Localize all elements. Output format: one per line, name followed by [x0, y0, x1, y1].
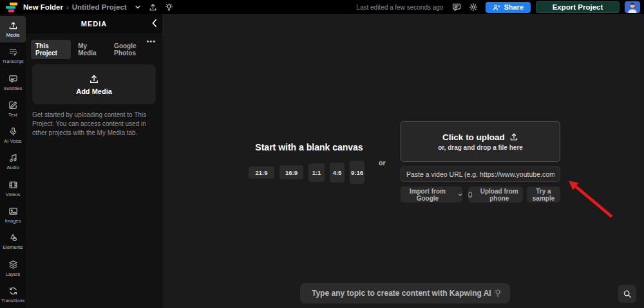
click-to-upload-label: Click to upload — [442, 132, 505, 142]
subtitles-icon — [8, 74, 18, 84]
last-edited-status: Last edited a few seconds ago — [356, 4, 443, 11]
import-from-google-label: Import from Google — [401, 188, 455, 202]
kapwing-editor: New Folder › Untitled Project Last edite… — [0, 0, 644, 308]
media-tabs: This Project My Media Google Photos ••• — [26, 40, 162, 59]
upload-from-phone-button[interactable]: Upload from phone — [468, 186, 523, 203]
media-panel-description: Get started by uploading content to This… — [32, 111, 156, 138]
sidebar-item-layers[interactable]: Layers — [0, 255, 26, 281]
sidebar-item-elements[interactable]: Elements — [0, 228, 26, 255]
sidebar-item-label: Elements — [3, 244, 23, 250]
person-plus-icon — [493, 4, 500, 11]
add-media-label: Add Media — [76, 87, 112, 95]
try-a-sample-button[interactable]: Try a sample — [527, 186, 560, 203]
import-buttons-row: Import from Google Upload from phone Try… — [401, 186, 560, 203]
transcript-icon — [8, 47, 18, 57]
media-icon — [8, 21, 18, 30]
aspect-ratio-9-16-button[interactable]: 9:16 — [350, 161, 365, 184]
sidebar-item-label: Transitions — [1, 298, 24, 303]
kapwing-logo-icon[interactable] — [5, 2, 18, 13]
search-button[interactable] — [618, 285, 636, 303]
search-icon — [623, 289, 632, 298]
media-panel-title: MEDIA — [26, 20, 162, 28]
drag-drop-hint: or, drag and drop a file here — [438, 144, 523, 151]
sidebar-item-label: Videos — [6, 192, 21, 197]
sidebar-item-ai-voice[interactable]: AI Voice — [0, 122, 26, 149]
top-bar: New Folder › Untitled Project Last edite… — [0, 0, 644, 14]
kapwing-ai-bar — [300, 283, 510, 303]
aspect-ratio-16-9-button[interactable]: 16:9 — [279, 165, 303, 179]
breadcrumb-separator: › — [66, 3, 69, 11]
sidebar-item-images[interactable]: Images — [0, 202, 26, 228]
sidebar-item-audio[interactable]: Audio — [0, 149, 26, 175]
aspect-ratio-row: 21:9 16:9 1:1 4:5 9:16 — [249, 159, 365, 185]
lightbulb-icon[interactable] — [493, 289, 502, 298]
ai-voice-icon — [8, 127, 18, 136]
or-label: or — [379, 159, 386, 167]
sidebar-item-videos[interactable]: Videos — [0, 176, 26, 202]
aspect-ratio-21-9-button[interactable]: 21:9 — [249, 167, 274, 179]
share-button[interactable]: Share — [486, 2, 531, 13]
images-icon — [8, 206, 18, 216]
chevron-down-icon[interactable] — [135, 4, 141, 10]
more-options-icon[interactable]: ••• — [146, 37, 156, 45]
collapse-panel-icon[interactable] — [151, 19, 157, 30]
share-button-label: Share — [504, 3, 524, 11]
sidebar-item-label: AI Voice — [4, 138, 22, 144]
add-media-button[interactable]: Add Media — [32, 64, 156, 104]
upload-icon — [89, 74, 99, 84]
sidebar-item-label: Text — [8, 112, 17, 118]
media-panel: MEDIA This Project My Media Google Photo… — [26, 14, 162, 308]
sidebar-item-transitions[interactable]: Transitions — [0, 282, 26, 308]
blank-canvas-title: Start with a blank canvas — [234, 142, 384, 152]
user-avatar[interactable] — [625, 1, 640, 13]
sidebar-item-label: Audio — [6, 165, 19, 170]
main-canvas: Start with a blank canvas 21:9 16:9 1:1 … — [162, 14, 644, 308]
aspect-ratio-4-5-button[interactable]: 4:5 — [330, 163, 345, 183]
upload-icon — [509, 132, 518, 141]
sidebar-item-media[interactable]: Media — [0, 16, 26, 42]
kapwing-ai-input[interactable] — [312, 289, 493, 298]
sidebar-item-transcript[interactable]: Transcript — [0, 42, 26, 69]
sidebar-item-label: Subtitles — [4, 86, 23, 91]
text-icon — [8, 100, 18, 110]
sidebar-item-label: Media — [6, 32, 19, 38]
sidebar-item-label: Transcript — [2, 59, 23, 64]
upload-icon[interactable] — [149, 3, 157, 12]
lightbulb-icon[interactable] — [165, 3, 173, 12]
sidebar-item-label: Layers — [6, 271, 21, 277]
sidebar-item-subtitles[interactable]: Subtitles — [0, 69, 26, 96]
aspect-ratio-1-1-button[interactable]: 1:1 — [308, 163, 325, 182]
export-project-button[interactable]: Export Project — [536, 1, 620, 13]
tool-sidebar: Media Transcript Subtitles Text AI Voice — [0, 14, 26, 308]
click-to-upload-dropzone[interactable]: Click to upload or, drag and drop a file… — [401, 121, 560, 162]
breadcrumb-folder[interactable]: New Folder — [23, 3, 63, 11]
audio-icon — [8, 153, 18, 163]
upload-from-phone-label: Upload from phone — [475, 188, 523, 202]
chevron-down-icon — [458, 192, 462, 197]
tab-my-media[interactable]: My Media — [73, 40, 107, 59]
try-a-sample-label: Try a sample — [527, 188, 560, 202]
videos-icon — [8, 180, 18, 190]
layers-icon — [8, 260, 18, 269]
transitions-icon — [8, 286, 18, 296]
sidebar-item-text[interactable]: Text — [0, 96, 26, 122]
elements-icon — [8, 233, 18, 242]
comments-icon[interactable] — [452, 3, 461, 12]
breadcrumb-project-title[interactable]: Untitled Project — [72, 3, 127, 11]
import-from-google-button[interactable]: Import from Google — [401, 186, 462, 203]
settings-gear-icon[interactable] — [469, 3, 478, 12]
tab-this-project[interactable]: This Project — [31, 40, 71, 59]
sidebar-item-label: Images — [5, 218, 21, 224]
video-url-input[interactable] — [401, 167, 560, 182]
media-panel-header: MEDIA — [26, 14, 162, 33]
phone-icon — [468, 191, 472, 199]
